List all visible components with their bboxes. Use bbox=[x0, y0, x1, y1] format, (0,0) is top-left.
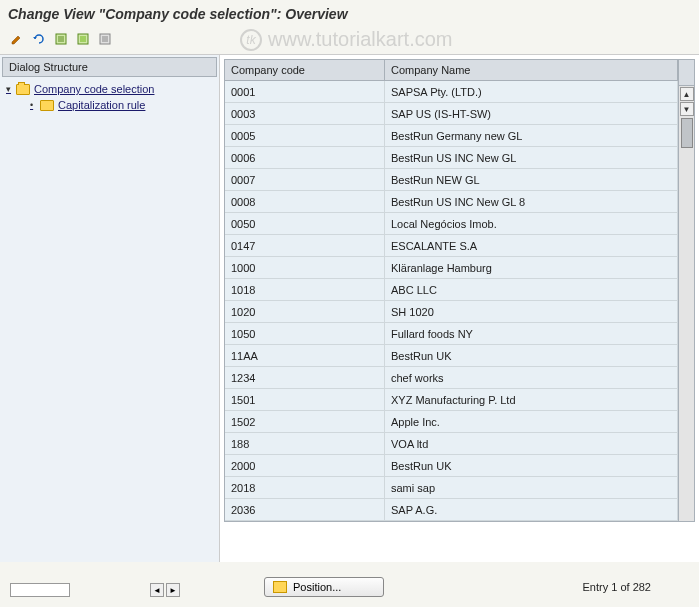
table-row[interactable]: 1050Fullard foods NY bbox=[225, 323, 678, 345]
cell-name[interactable]: chef works bbox=[385, 367, 678, 388]
table-row[interactable]: 0003SAP US (IS-HT-SW) bbox=[225, 103, 678, 125]
table-body: 0001SAPSA Pty. (LTD.)0003SAP US (IS-HT-S… bbox=[225, 81, 678, 521]
table-header: Company code Company Name bbox=[225, 60, 678, 81]
cell-code[interactable]: 1502 bbox=[225, 411, 385, 432]
cell-name[interactable]: sami sap bbox=[385, 477, 678, 498]
cell-code[interactable]: 1050 bbox=[225, 323, 385, 344]
tree-collapse-icon[interactable]: ▾ bbox=[6, 84, 16, 94]
tree-label: Capitalization rule bbox=[58, 99, 145, 111]
toolbar bbox=[0, 26, 699, 55]
table-row[interactable]: 2018sami sap bbox=[225, 477, 678, 499]
scroll-thumb[interactable] bbox=[681, 118, 693, 148]
position-icon bbox=[273, 581, 287, 593]
folder-open-icon bbox=[16, 84, 30, 95]
table-row[interactable]: 0007BestRun NEW GL bbox=[225, 169, 678, 191]
select-block-icon[interactable] bbox=[74, 30, 92, 48]
vertical-scrollbar[interactable]: ▲ ▼ bbox=[678, 60, 694, 521]
cell-name[interactable]: SH 1020 bbox=[385, 301, 678, 322]
cell-name[interactable]: Fullard foods NY bbox=[385, 323, 678, 344]
cell-name[interactable]: ESCALANTE S.A bbox=[385, 235, 678, 256]
content-area: Dialog Structure ▾ Company code selectio… bbox=[0, 55, 699, 562]
tree-label: Company code selection bbox=[34, 83, 154, 95]
cell-code[interactable]: 0003 bbox=[225, 103, 385, 124]
table-row[interactable]: 0050Local Negócios Imob. bbox=[225, 213, 678, 235]
position-button[interactable]: Position... bbox=[264, 577, 384, 597]
cell-code[interactable]: 0008 bbox=[225, 191, 385, 212]
folder-icon bbox=[40, 100, 54, 111]
cell-name[interactable]: VOA ltd bbox=[385, 433, 678, 454]
scroll-down-step-icon[interactable]: ▼ bbox=[680, 102, 694, 116]
right-pane: Company code Company Name 0001SAPSA Pty.… bbox=[220, 55, 699, 562]
tree-node-capitalization[interactable]: • Capitalization rule bbox=[2, 97, 217, 113]
table-row[interactable]: 0001SAPSA Pty. (LTD.) bbox=[225, 81, 678, 103]
th-company-name[interactable]: Company Name bbox=[385, 60, 678, 80]
undo-icon[interactable] bbox=[30, 30, 48, 48]
tree-node-company-code[interactable]: ▾ Company code selection bbox=[2, 81, 217, 97]
table-row[interactable]: 1020SH 1020 bbox=[225, 301, 678, 323]
table-row[interactable]: 188VOA ltd bbox=[225, 433, 678, 455]
toggle-display-icon[interactable] bbox=[8, 30, 26, 48]
table-row[interactable]: 2036SAP A.G. bbox=[225, 499, 678, 521]
cell-name[interactable]: BestRun UK bbox=[385, 345, 678, 366]
th-company-code[interactable]: Company code bbox=[225, 60, 385, 80]
cell-name[interactable]: BestRun US INC New GL 8 bbox=[385, 191, 678, 212]
cell-name[interactable]: SAP US (IS-HT-SW) bbox=[385, 103, 678, 124]
cell-name[interactable]: SAPSA Pty. (LTD.) bbox=[385, 81, 678, 102]
table-row[interactable]: 11AABestRun UK bbox=[225, 345, 678, 367]
table-row[interactable]: 1018ABC LLC bbox=[225, 279, 678, 301]
cell-name[interactable]: SAP A.G. bbox=[385, 499, 678, 520]
cell-name[interactable]: Local Negócios Imob. bbox=[385, 213, 678, 234]
scroll-up-icon[interactable]: ▲ bbox=[680, 87, 694, 101]
company-table: Company code Company Name 0001SAPSA Pty.… bbox=[224, 59, 695, 522]
cell-name[interactable]: Apple Inc. bbox=[385, 411, 678, 432]
select-all-icon[interactable] bbox=[52, 30, 70, 48]
table-row[interactable]: 1000Kläranlage Hamburg bbox=[225, 257, 678, 279]
cell-name[interactable]: ABC LLC bbox=[385, 279, 678, 300]
cell-code[interactable]: 1018 bbox=[225, 279, 385, 300]
svg-rect-2 bbox=[80, 36, 86, 42]
cell-code[interactable]: 2018 bbox=[225, 477, 385, 498]
left-pane: Dialog Structure ▾ Company code selectio… bbox=[0, 55, 220, 562]
table-row[interactable]: 2000BestRun UK bbox=[225, 455, 678, 477]
cell-name[interactable]: BestRun NEW GL bbox=[385, 169, 678, 190]
cell-code[interactable]: 0001 bbox=[225, 81, 385, 102]
cell-name[interactable]: BestRun US INC New GL bbox=[385, 147, 678, 168]
table-row[interactable]: 1234chef works bbox=[225, 367, 678, 389]
cell-code[interactable]: 0147 bbox=[225, 235, 385, 256]
cell-name[interactable]: Kläranlage Hamburg bbox=[385, 257, 678, 278]
tree-bullet-icon: • bbox=[30, 100, 40, 110]
footer: Position... Entry 1 of 282 bbox=[0, 577, 699, 597]
position-label: Position... bbox=[293, 581, 341, 593]
cell-code[interactable]: 0005 bbox=[225, 125, 385, 146]
cell-code[interactable]: 1020 bbox=[225, 301, 385, 322]
table-row[interactable]: 0005BestRun Germany new GL bbox=[225, 125, 678, 147]
cell-code[interactable]: 2036 bbox=[225, 499, 385, 520]
cell-code[interactable]: 2000 bbox=[225, 455, 385, 476]
dialog-structure-header: Dialog Structure bbox=[2, 57, 217, 77]
cell-name[interactable]: BestRun UK bbox=[385, 455, 678, 476]
cell-code[interactable]: 11AA bbox=[225, 345, 385, 366]
deselect-all-icon[interactable] bbox=[96, 30, 114, 48]
cell-code[interactable]: 1501 bbox=[225, 389, 385, 410]
table-row[interactable]: 0147ESCALANTE S.A bbox=[225, 235, 678, 257]
cell-code[interactable]: 188 bbox=[225, 433, 385, 454]
entry-counter: Entry 1 of 282 bbox=[583, 581, 682, 593]
cell-code[interactable]: 1000 bbox=[225, 257, 385, 278]
table-row[interactable]: 1501XYZ Manufacturing P. Ltd bbox=[225, 389, 678, 411]
table-row[interactable]: 0008BestRun US INC New GL 8 bbox=[225, 191, 678, 213]
cell-name[interactable]: XYZ Manufacturing P. Ltd bbox=[385, 389, 678, 410]
cell-code[interactable]: 0007 bbox=[225, 169, 385, 190]
cell-code[interactable]: 0050 bbox=[225, 213, 385, 234]
cell-code[interactable]: 0006 bbox=[225, 147, 385, 168]
page-title: Change View "Company code selection": Ov… bbox=[0, 0, 699, 26]
table-row[interactable]: 1502Apple Inc. bbox=[225, 411, 678, 433]
cell-name[interactable]: BestRun Germany new GL bbox=[385, 125, 678, 146]
cell-code[interactable]: 1234 bbox=[225, 367, 385, 388]
table-row[interactable]: 0006BestRun US INC New GL bbox=[225, 147, 678, 169]
tree: ▾ Company code selection • Capitalizatio… bbox=[0, 79, 219, 562]
